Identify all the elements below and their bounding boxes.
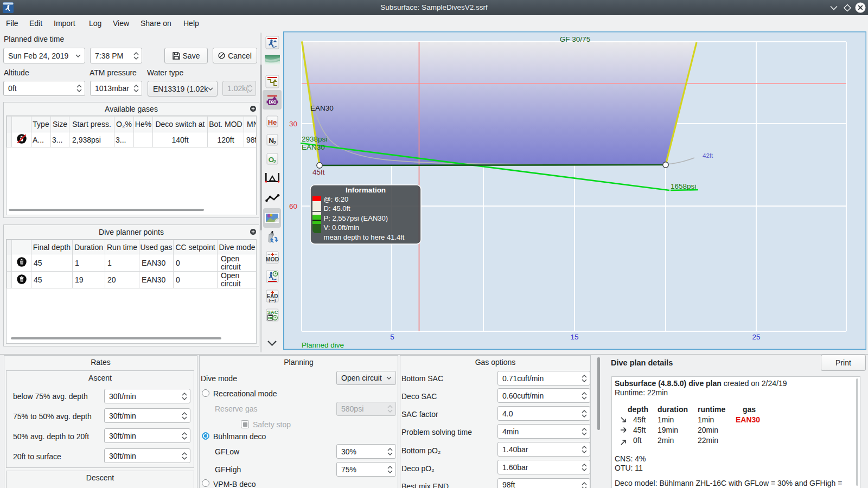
svg-text:5: 5	[390, 333, 394, 341]
svg-text:(•••): (•••)	[269, 298, 276, 303]
svg-text:2: 2	[273, 140, 276, 145]
svg-text:25: 25	[752, 333, 760, 341]
svg-text:SAC: SAC	[267, 309, 278, 315]
svg-text:@: 6:20: @: 6:20	[324, 195, 349, 203]
svg-text:EAN30: EAN30	[302, 143, 325, 151]
svg-text:60: 60	[289, 202, 297, 210]
svg-text:2938psi: 2938psi	[302, 135, 327, 143]
svg-text:mean depth to here 41.4ft: mean depth to here 41.4ft	[324, 233, 405, 241]
svg-text:D: 45.0ft: D: 45.0ft	[324, 204, 351, 213]
svg-text:EAN30: EAN30	[310, 104, 334, 112]
svg-text:42ft: 42ft	[703, 152, 713, 159]
svg-text:30: 30	[289, 120, 297, 128]
svg-text:Information: Information	[346, 186, 386, 194]
svg-text:45ft: 45ft	[312, 168, 325, 176]
svg-text:He: He	[268, 118, 277, 126]
svg-text:P: 2,557psi (EAN30): P: 2,557psi (EAN30)	[324, 214, 388, 222]
svg-text:1658psi: 1658psi	[671, 182, 696, 190]
svg-text:V: 0.0ft/min: V: 0.0ft/min	[324, 223, 359, 232]
svg-text:Planned dive: Planned dive	[302, 341, 344, 349]
svg-text:2: 2	[273, 159, 276, 164]
svg-text:15: 15	[570, 333, 578, 341]
svg-text:GF 30/75: GF 30/75	[560, 35, 590, 43]
svg-text:MOD: MOD	[266, 256, 279, 262]
